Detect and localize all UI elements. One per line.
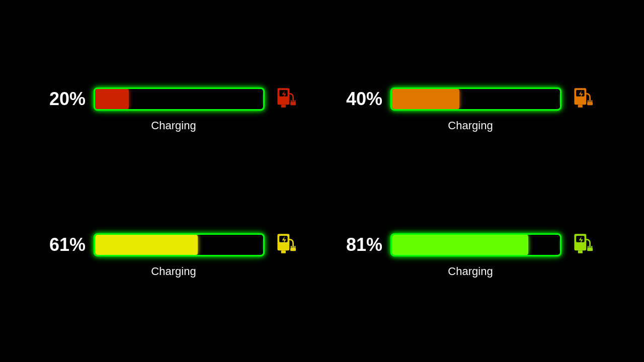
svg-rect-6 (290, 102, 296, 105)
battery-widget-b3: 61% Charging (45, 196, 302, 312)
charging-label-b2: Charging (448, 119, 493, 132)
battery-widget-b4: 81% Charging (342, 196, 599, 312)
ev-charger-icon-b4 (570, 230, 595, 260)
percent-label-b2: 40% (346, 88, 382, 110)
percent-label-b4: 81% (346, 234, 382, 255)
battery-bar-container-b1 (94, 87, 265, 111)
battery-fill-b2 (392, 89, 459, 109)
svg-rect-20 (290, 247, 296, 250)
battery-row-b3: 61% (49, 230, 298, 260)
percent-label-b3: 61% (49, 234, 86, 255)
battery-fill-b3 (95, 235, 198, 255)
ev-charger-icon-b1 (273, 84, 298, 114)
battery-fill-b4 (392, 235, 528, 255)
charging-label-b1: Charging (151, 119, 196, 132)
charging-label-b3: Charging (151, 265, 196, 278)
battery-row-b4: 81% (346, 230, 595, 260)
battery-fill-b1 (95, 89, 129, 109)
svg-rect-13 (587, 102, 593, 105)
svg-rect-3 (281, 105, 286, 108)
ev-charger-icon-b3 (273, 230, 298, 260)
battery-row-b1: 20% (49, 84, 298, 114)
ev-charger-icon-b2 (570, 84, 595, 114)
battery-row-b2: 40% (346, 84, 595, 114)
svg-rect-17 (281, 250, 286, 253)
svg-rect-10 (578, 105, 583, 108)
battery-bar-container-b2 (390, 87, 561, 111)
svg-rect-24 (578, 250, 583, 253)
battery-grid: 20% Charging40% (45, 50, 599, 312)
charging-label-b4: Charging (448, 265, 493, 278)
percent-label-b1: 20% (49, 88, 86, 110)
battery-widget-b1: 20% Charging (45, 50, 302, 166)
battery-bar-container-b4 (390, 233, 561, 256)
battery-bar-container-b3 (94, 233, 265, 256)
battery-widget-b2: 40% Charging (342, 50, 599, 166)
svg-rect-27 (587, 247, 593, 250)
